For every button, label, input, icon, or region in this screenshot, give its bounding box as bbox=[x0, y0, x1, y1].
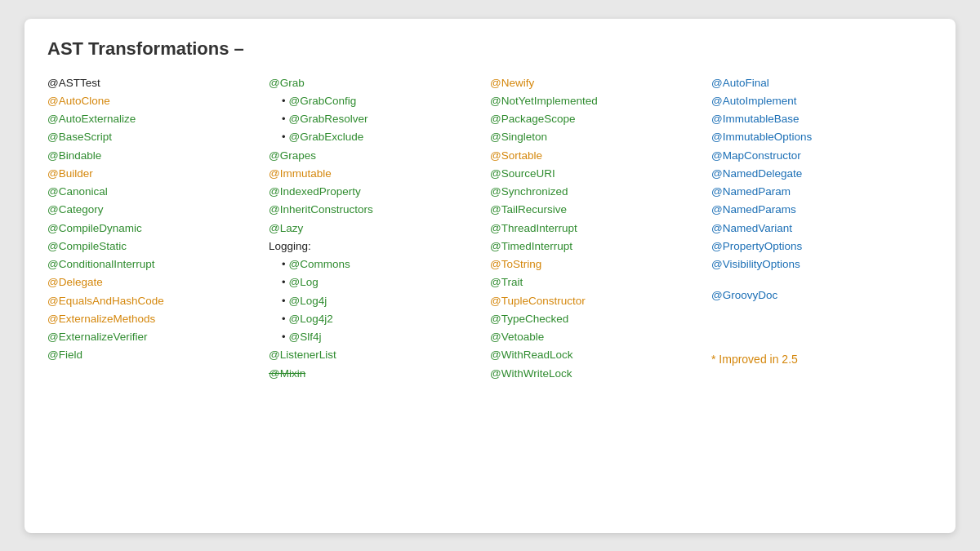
col1-item-11: @Delegate bbox=[47, 273, 262, 291]
col2-item-10: •@Log bbox=[269, 273, 483, 291]
col3-item-1: @NotYetImplemented bbox=[490, 92, 705, 110]
col4-item-10: @VisibilityOptions bbox=[711, 256, 926, 273]
col4-item-8: @NamedVariant bbox=[711, 220, 926, 238]
col3-item-3: @Singleton bbox=[490, 128, 705, 146]
col1-item-6: @Canonical bbox=[47, 183, 262, 201]
col1-item-15: @Field bbox=[47, 346, 262, 364]
col4-item-0: @AutoFinal bbox=[711, 74, 926, 92]
col3-item-9: @TimedInterrupt bbox=[490, 238, 705, 256]
col3-item-16: @WithWriteLock bbox=[490, 365, 705, 383]
column-1: @ASTTest@AutoClone@AutoExternalize@BaseS… bbox=[47, 74, 269, 365]
col2-item-7: @Lazy bbox=[269, 220, 483, 238]
col1-item-14: @ExternalizeVerifier bbox=[47, 328, 262, 346]
column-3: @Newify@NotYetImplemented@PackageScope@S… bbox=[490, 74, 711, 384]
title-v24: AST Transformations – bbox=[47, 38, 244, 59]
col2-header: @Grab bbox=[269, 74, 483, 92]
col4-item-6: @NamedParam bbox=[711, 183, 926, 201]
col3-item-11: @Trait bbox=[490, 273, 705, 291]
col1-item-3: @BaseScript bbox=[47, 128, 262, 146]
col3-item-15: @WithReadLock bbox=[490, 346, 705, 364]
main-card: AST Transformations – @ASTTest@AutoClone… bbox=[24, 19, 956, 533]
col3-item-2: @PackageScope bbox=[490, 110, 705, 128]
col4-item-3: @ImmutableOptions bbox=[711, 128, 926, 146]
col4-bottom-item-0: @GroovyDoc bbox=[711, 287, 926, 304]
col3-item-10: @ToString bbox=[490, 256, 705, 273]
col1-item-9: @CompileStatic bbox=[47, 238, 262, 256]
col3-item-14: @Vetoable bbox=[490, 328, 705, 346]
col3-item-5: @SourceURI bbox=[490, 165, 705, 183]
col3-item-8: @ThreadInterrupt bbox=[490, 220, 705, 238]
col4-item-9: @PropertyOptions bbox=[711, 238, 926, 256]
col4-item-1: @AutoImplement bbox=[711, 92, 926, 110]
improved-note: * Improved in 2.5 bbox=[711, 353, 926, 366]
col1-item-10: @ConditionalInterrupt bbox=[47, 256, 262, 273]
col1-item-0: @ASTTest bbox=[47, 74, 262, 92]
col2-item-15: @Mixin bbox=[269, 365, 483, 383]
col1-item-8: @CompileDynamic bbox=[47, 220, 262, 238]
col2-item-14: @ListenerList bbox=[269, 346, 483, 364]
column-2: @Grab•@GrabConfig•@GrabResolver•@GrabExc… bbox=[269, 74, 490, 384]
col1-item-7: @Category bbox=[47, 201, 262, 219]
col1-item-1: @AutoClone bbox=[47, 92, 262, 110]
col2-item-6: @InheritConstructors bbox=[269, 201, 483, 219]
page-title: AST Transformations – bbox=[47, 38, 933, 60]
column-4: @AutoFinal@AutoImplement@ImmutableBase@I… bbox=[711, 74, 933, 366]
col3-item-12: @TupleConstructor bbox=[490, 292, 705, 310]
col2-item-9: •@Commons bbox=[269, 256, 483, 273]
col1-item-13: @ExternalizeMethods bbox=[47, 310, 262, 328]
col1-item-12: @EqualsAndHashCode bbox=[47, 292, 262, 310]
col3-item-7: @TailRecursive bbox=[490, 201, 705, 219]
col3-item-6: @Synchronized bbox=[490, 183, 705, 201]
col4-item-4: @MapConstructor bbox=[711, 147, 926, 165]
col4-item-7: @NamedParams bbox=[711, 201, 926, 219]
col2-item-0: •@GrabConfig bbox=[269, 92, 483, 110]
col2-item-1: •@GrabResolver bbox=[269, 110, 483, 128]
col4-item-5: @NamedDelegate bbox=[711, 165, 926, 183]
col2-item-11: •@Log4j bbox=[269, 292, 483, 310]
col2-item-13: •@Slf4j bbox=[269, 328, 483, 346]
col2-item-3: @Grapes bbox=[269, 147, 483, 165]
col1-item-4: @Bindable bbox=[47, 147, 262, 165]
col2-item-2: •@GrabExclude bbox=[269, 128, 483, 146]
content-columns: @ASTTest@AutoClone@AutoExternalize@BaseS… bbox=[47, 74, 933, 384]
col4-item-2: @ImmutableBase bbox=[711, 110, 926, 128]
col3-item-0: @Newify bbox=[490, 74, 705, 92]
col3-item-13: @TypeChecked bbox=[490, 310, 705, 328]
col2-item-4: @Immutable bbox=[269, 165, 483, 183]
col1-item-2: @AutoExternalize bbox=[47, 110, 262, 128]
col2-item-12: •@Log4j2 bbox=[269, 310, 483, 328]
col2-item-5: @IndexedProperty bbox=[269, 183, 483, 201]
col3-item-4: @Sortable bbox=[490, 147, 705, 165]
col2-item-8: Logging: bbox=[269, 238, 483, 256]
col1-item-5: @Builder bbox=[47, 165, 262, 183]
